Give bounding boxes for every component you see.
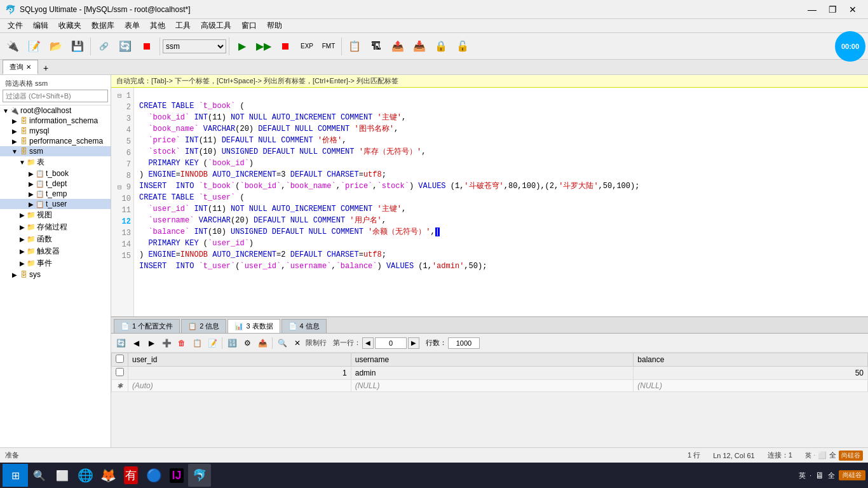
menu-database[interactable]: 数据库 xyxy=(86,19,119,32)
filter-input[interactable] xyxy=(3,90,108,102)
col-header-username[interactable]: username xyxy=(351,353,634,367)
chrome-button[interactable]: 🔵 xyxy=(142,464,165,487)
row-count-input[interactable] xyxy=(448,337,480,349)
tree-item-ssm[interactable]: ▼ 🗄 ssm xyxy=(0,146,111,156)
import-button[interactable]: 📥 xyxy=(409,36,430,57)
tree-item-mysql[interactable]: ▶ 🗄 mysql xyxy=(0,126,111,136)
sql-editor[interactable]: ⊟ 1 2 3 4 5 6 7 8 ⊟ 9 10 11 12 13 14 15 … xyxy=(111,88,868,316)
tree-item-views[interactable]: ▶ 📁 视图 xyxy=(0,209,111,221)
tree-toggle-t-user[interactable]: ▶ xyxy=(27,200,36,208)
taskbar[interactable]: ⊞ 🔍 ⬜ 🌐 🦊 有 🔵 IJ 🐬 英 · 🖥 全 尚硅谷 xyxy=(0,463,868,488)
tree-toggle-ps[interactable]: ▶ xyxy=(10,137,19,146)
new-cell-username[interactable]: (NULL) xyxy=(351,380,634,392)
tree-toggle-ssm[interactable]: ▼ xyxy=(10,147,19,156)
tree-item-t-emp[interactable]: ▶ 📋 t_emp xyxy=(0,189,111,199)
table-row[interactable]: 1 admin 50 xyxy=(112,367,868,380)
menu-tools[interactable]: 工具 xyxy=(170,19,196,32)
tree-toggle-t-dept[interactable]: ▶ xyxy=(27,179,36,188)
menu-favorites[interactable]: 收藏夹 xyxy=(53,19,86,32)
app3-button[interactable]: 有 xyxy=(119,464,142,487)
tree-toggle-sys[interactable]: ▶ xyxy=(10,270,19,279)
history-button[interactable]: 📋 xyxy=(344,36,365,57)
first-row-next-button[interactable]: ▶ xyxy=(408,337,419,349)
tree-toggle-t-emp[interactable]: ▶ xyxy=(27,189,36,198)
tree-item-sys[interactable]: ▶ 🗄 sys xyxy=(0,269,111,280)
refresh-button[interactable]: 🔄 xyxy=(115,36,135,57)
tree-item-root[interactable]: ▼ 🔌 root@localhost xyxy=(0,105,111,116)
new-query-button[interactable]: 📝 xyxy=(24,36,44,57)
tree-item-information-schema[interactable]: ▶ 🗄 information_schema xyxy=(0,116,111,126)
sqlyog-taskbar-button[interactable]: 🐬 xyxy=(188,464,211,487)
execute-button[interactable]: ▶ xyxy=(232,36,252,57)
tree-toggle-t-book[interactable]: ▶ xyxy=(27,169,36,178)
format-button[interactable]: FMT xyxy=(318,36,339,57)
result-paste-button[interactable]: 📝 xyxy=(205,336,219,350)
result-tab-3[interactable]: 📊 3 表数据 xyxy=(227,319,280,333)
firefox-button[interactable]: 🦊 xyxy=(97,464,119,487)
data-table[interactable]: user_id username balance 1 admin 50 xyxy=(111,353,868,463)
stop-query-button[interactable]: ⏹ xyxy=(275,36,295,57)
result-next-button[interactable]: ▶ xyxy=(144,336,158,350)
execute-all-button[interactable]: ▶▶ xyxy=(254,36,274,57)
tree-toggle-tables[interactable]: ▼ xyxy=(18,158,27,167)
cell-username-1[interactable]: admin xyxy=(351,367,634,380)
tree-item-performance-schema[interactable]: ▶ 🗄 performance_schema xyxy=(0,136,111,146)
result-format-button[interactable]: ⚙ xyxy=(240,336,254,350)
minimize-button[interactable]: — xyxy=(802,1,822,18)
result-tab-1[interactable]: 📄 1 个配置文件 xyxy=(114,319,180,333)
tree-item-procedures[interactable]: ▶ 📁 存储过程 xyxy=(0,221,111,233)
col-header-balance[interactable]: balance xyxy=(634,353,868,367)
result-insert-button[interactable]: ➕ xyxy=(159,336,173,350)
query-tab-close[interactable]: ✕ xyxy=(26,64,31,71)
code-area[interactable]: CREATE TABLE `t_book` ( `book_id` INT(11… xyxy=(134,88,868,316)
menu-window[interactable]: 窗口 xyxy=(236,19,262,32)
query-tab[interactable]: 查询 ✕ xyxy=(3,60,38,74)
tree-toggle-root[interactable]: ▼ xyxy=(1,106,10,115)
tree-item-t-user[interactable]: ▶ 📋 t_user xyxy=(0,199,111,209)
menu-edit[interactable]: 编辑 xyxy=(28,19,53,32)
close-button[interactable]: ✕ xyxy=(843,1,863,18)
idea-button[interactable]: IJ xyxy=(165,464,188,487)
add-tab-button[interactable]: + xyxy=(39,62,52,74)
result-tab-4[interactable]: 📄 4 信息 xyxy=(281,319,327,333)
export-button[interactable]: 📤 xyxy=(388,36,408,57)
col-header-user-id[interactable]: user_id xyxy=(128,353,351,367)
table-header-checkbox[interactable] xyxy=(112,353,128,367)
task-view-button[interactable]: ⬜ xyxy=(51,464,74,487)
edge-button[interactable]: 🌐 xyxy=(74,464,97,487)
tree-item-t-book[interactable]: ▶ 📋 t_book xyxy=(0,168,111,179)
select-all-checkbox[interactable] xyxy=(116,355,124,363)
search-button[interactable]: 🔍 xyxy=(28,464,51,487)
tree-item-t-dept[interactable]: ▶ 📋 t_dept xyxy=(0,179,111,189)
tree-item-tables-folder[interactable]: ▼ 📁 表 xyxy=(0,156,111,168)
tree-item-functions[interactable]: ▶ 📁 函数 xyxy=(0,233,111,245)
backup-button[interactable]: 🔒 xyxy=(431,36,451,57)
tree-toggle-procedures[interactable]: ▶ xyxy=(18,223,27,232)
result-calc-button[interactable]: 🔢 xyxy=(225,336,239,350)
tree-toggle-triggers[interactable]: ▶ xyxy=(18,247,27,256)
tree-toggle-events[interactable]: ▶ xyxy=(18,259,27,268)
new-cell-user-id[interactable]: (Auto) xyxy=(128,380,351,392)
open-button[interactable]: 📂 xyxy=(46,36,66,57)
menu-file[interactable]: 文件 xyxy=(3,19,28,32)
result-tab-2[interactable]: 📋 2 信息 xyxy=(181,319,226,333)
first-row-prev-button[interactable]: ◀ xyxy=(362,337,374,349)
menu-advanced-tools[interactable]: 高级工具 xyxy=(196,19,236,32)
new-connection-button[interactable]: 🔌 xyxy=(3,36,23,57)
save-button[interactable]: 💾 xyxy=(67,36,88,57)
tree-toggle-views[interactable]: ▶ xyxy=(18,211,27,220)
menu-help[interactable]: 帮助 xyxy=(262,19,287,32)
db-connect-button[interactable]: 🔗 xyxy=(93,36,114,57)
result-delete-button[interactable]: 🗑 xyxy=(175,336,189,350)
result-copy-button[interactable]: 📋 xyxy=(190,336,204,350)
restore-db-button[interactable]: 🔓 xyxy=(452,36,473,57)
database-selector[interactable]: ssm xyxy=(163,39,226,53)
new-cell-balance[interactable]: (NULL) xyxy=(634,380,868,392)
result-prev-button[interactable]: ◀ xyxy=(129,336,143,350)
table-new-row[interactable]: ✱ (Auto) (NULL) (NULL) xyxy=(112,380,868,392)
tree-toggle-functions[interactable]: ▶ xyxy=(18,235,27,244)
result-filter-clear-button[interactable]: ✕ xyxy=(290,336,304,350)
tree-toggle-is[interactable]: ▶ xyxy=(10,116,19,125)
start-button[interactable]: ⊞ xyxy=(3,464,28,487)
explain-button[interactable]: EXP xyxy=(297,36,317,57)
